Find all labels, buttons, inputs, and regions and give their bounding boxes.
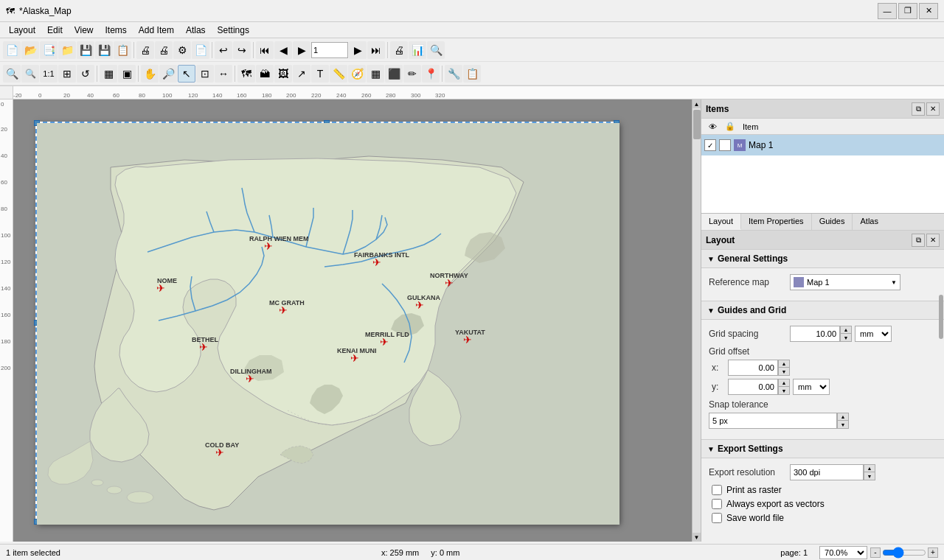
item-lock-checkbox[interactable] <box>719 139 731 151</box>
reference-map-dropdown[interactable]: Map 1 ▼ <box>790 274 900 290</box>
print-preview-button[interactable]: 🖨 <box>155 41 173 59</box>
add-scalebar-tool[interactable]: 📏 <box>330 65 347 83</box>
zoom-tool[interactable]: 🔎 <box>159 65 177 83</box>
add-text-tool[interactable]: T <box>311 65 329 83</box>
always-export-vectors-checkbox[interactable] <box>712 499 722 509</box>
next-page2-button[interactable]: ▶ <box>349 41 367 59</box>
menu-edit[interactable]: Edit <box>41 24 69 37</box>
scroll-thumb[interactable] <box>693 110 701 139</box>
move-content-tool[interactable]: ↔ <box>215 65 232 83</box>
next-page-button[interactable]: ▶ <box>293 41 310 59</box>
print-as-raster-checkbox[interactable] <box>712 485 722 495</box>
layout-panel-close-btn[interactable]: ✕ <box>926 234 940 247</box>
undo-button[interactable]: ↩ <box>215 41 232 59</box>
add-3d-tool[interactable]: 🏔 <box>256 65 274 83</box>
add-arrow-tool[interactable]: ↗ <box>293 65 310 83</box>
canvas-scroll[interactable]: RALPH WIEN MEM ✈ NOME ✈ FAIRBANKS INTL ✈ <box>13 99 692 542</box>
zoom-increase-btn[interactable]: + <box>928 547 938 558</box>
minimize-button[interactable]: — <box>878 3 897 19</box>
atlas-search-button[interactable]: 🔍 <box>427 41 445 59</box>
grid-spacing-input[interactable] <box>790 326 840 342</box>
export-pdf-button[interactable]: 📄 <box>192 41 209 59</box>
redo-button[interactable]: ↪ <box>233 41 251 59</box>
canvas-vscroll[interactable]: ▲ ▼ <box>692 99 701 542</box>
grid-offset-x-down-btn[interactable]: ▼ <box>778 368 790 376</box>
last-page-button[interactable]: ⏭ <box>367 41 385 59</box>
save-button[interactable]: 💾 <box>77 41 94 59</box>
zoom-100-button[interactable]: 1:1 <box>40 65 58 83</box>
add-north-tool[interactable]: 🧭 <box>348 65 366 83</box>
grid-spacing-up-btn[interactable]: ▲ <box>840 326 852 334</box>
print-settings-button[interactable]: ⚙ <box>173 41 191 59</box>
add-polygon-tool[interactable]: ✏ <box>403 65 421 83</box>
zoom-in-button[interactable]: 🔍 <box>3 65 21 83</box>
open-recent-button[interactable]: 📁 <box>58 41 76 59</box>
add-map-tool[interactable]: 🗺 <box>237 65 255 83</box>
print-as-raster-label[interactable]: Print as raster <box>726 485 782 495</box>
export-resolution-up-btn[interactable]: ▲ <box>864 464 875 472</box>
zoom-decrease-btn[interactable]: - <box>870 547 881 558</box>
add-shape-tool[interactable]: ⬛ <box>385 65 403 83</box>
print-button[interactable]: 🖨 <box>136 41 154 59</box>
tab-atlas[interactable]: Atlas <box>853 214 885 230</box>
templates-button[interactable]: 📋 <box>114 41 131 59</box>
item-visible-checkbox[interactable]: ✓ <box>704 139 716 151</box>
refresh-button[interactable]: ↺ <box>77 65 94 83</box>
tools-btn[interactable]: 🔧 <box>445 65 462 83</box>
grid-offset-y-input[interactable] <box>728 379 778 395</box>
save-world-file-checkbox[interactable] <box>712 513 722 523</box>
pan-tool[interactable]: ✋ <box>141 65 159 83</box>
grid-offset-x-input[interactable] <box>728 360 778 376</box>
menu-add-item[interactable]: Add Item <box>133 24 180 37</box>
atlas-btn2[interactable]: ▣ <box>118 65 136 83</box>
attr-table-btn[interactable]: 📋 <box>463 65 481 83</box>
scroll-down-btn[interactable]: ▼ <box>693 533 701 542</box>
list-item[interactable]: ✓ M Map 1 <box>701 135 944 155</box>
select-tool[interactable]: ↖ <box>178 65 195 83</box>
snap-tolerance-down-btn[interactable]: ▼ <box>837 421 849 429</box>
atlas-btn1[interactable]: ▦ <box>100 65 117 83</box>
prev-page-button[interactable]: ◀ <box>274 41 292 59</box>
items-panel-float-btn[interactable]: ⧉ <box>912 102 925 116</box>
general-settings-header[interactable]: ▼ General Settings <box>701 250 944 268</box>
new-layout-button[interactable]: 📄 <box>3 41 21 59</box>
grid-spacing-unit-select[interactable]: mm cm px in <box>855 326 892 342</box>
tab-guides[interactable]: Guides <box>812 214 853 230</box>
maximize-button[interactable]: ❐ <box>898 3 917 19</box>
menu-items[interactable]: Items <box>100 24 133 37</box>
snap-tolerance-input[interactable] <box>709 413 837 429</box>
items-panel-close-btn[interactable]: ✕ <box>926 102 940 116</box>
grid-offset-y-up-btn[interactable]: ▲ <box>778 379 790 387</box>
add-table-tool[interactable]: ▦ <box>367 65 384 83</box>
tab-item-properties[interactable]: Item Properties <box>741 214 812 230</box>
menu-layout[interactable]: Layout <box>3 24 41 37</box>
grid-spacing-down-btn[interactable]: ▼ <box>840 334 852 342</box>
menu-atlas[interactable]: Atlas <box>180 24 212 37</box>
tab-layout[interactable]: Layout <box>701 214 741 230</box>
zoom-fit-button[interactable]: ⊞ <box>58 65 76 83</box>
zoom-out-button[interactable]: 🔍 <box>21 65 39 83</box>
menu-view[interactable]: View <box>69 24 100 37</box>
print3-button[interactable]: 🖨 <box>390 41 408 59</box>
open-layout-button[interactable]: 📂 <box>21 41 39 59</box>
export-resolution-input[interactable] <box>790 464 864 480</box>
snap-tolerance-up-btn[interactable]: ▲ <box>837 413 849 421</box>
select-all-tool[interactable]: ⊡ <box>196 65 214 83</box>
grid-offset-unit-select[interactable]: mm cm px in <box>793 379 830 395</box>
add-marker-tool[interactable]: 📍 <box>422 65 440 83</box>
export-settings-header[interactable]: ▼ Export Settings <box>701 439 944 458</box>
save-world-file-label[interactable]: Save world file <box>726 513 784 523</box>
always-export-vectors-label[interactable]: Always export as vectors <box>726 499 825 509</box>
grid-offset-y-down-btn[interactable]: ▼ <box>778 387 790 395</box>
menu-settings[interactable]: Settings <box>212 24 255 37</box>
zoom-slider[interactable] <box>882 548 926 557</box>
layout-panel-float-btn[interactable]: ⧉ <box>912 234 925 247</box>
export-resolution-down-btn[interactable]: ▼ <box>864 472 875 480</box>
page-number-input[interactable] <box>311 42 348 58</box>
scroll-up-btn[interactable]: ▲ <box>693 99 701 108</box>
save-duplicate-button[interactable]: 📑 <box>40 41 58 59</box>
items-list[interactable]: ✓ M Map 1 <box>701 135 944 213</box>
atlas-table-button[interactable]: 📊 <box>409 41 426 59</box>
right-panel-vscroll[interactable] <box>939 295 943 339</box>
first-page-button[interactable]: ⏮ <box>256 41 274 59</box>
